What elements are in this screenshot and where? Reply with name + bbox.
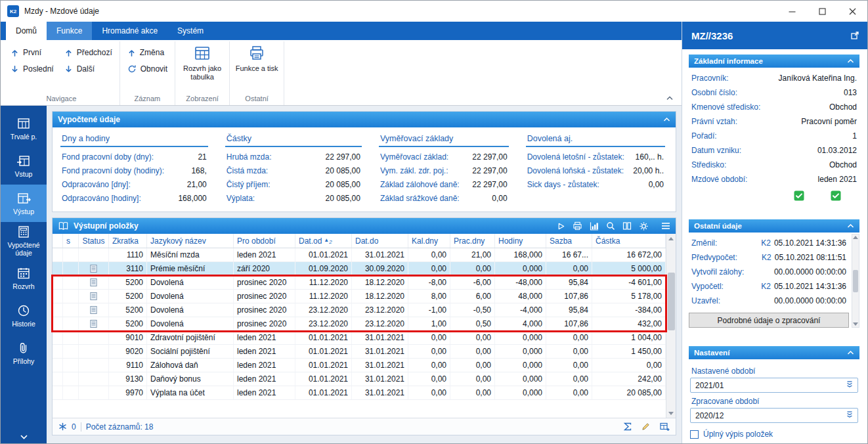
- collapse-settings-button[interactable]: [847, 350, 854, 355]
- sidebar-item-label: Rozvrh: [12, 282, 34, 290]
- processing-details-button[interactable]: Podrobné údaje o zpracování: [689, 313, 849, 328]
- scroll-down-button[interactable]: [666, 409, 676, 418]
- columns-icon[interactable]: [622, 221, 632, 231]
- tab-hromadne-akce[interactable]: Hromadné akce: [92, 22, 167, 40]
- print-icon[interactable]: [573, 221, 582, 231]
- previous-button[interactable]: Předchozí: [62, 47, 114, 58]
- table-row[interactable]: 9010Zdravotní pojištěníleden 202101.01.2…: [53, 331, 666, 345]
- column-header-s[interactable]: s: [63, 234, 79, 248]
- collapse-basic-button[interactable]: [847, 58, 854, 64]
- last-button[interactable]: Poslední: [9, 64, 56, 74]
- table-row[interactable]: 5200Dovolenáprosinec 202011.12.202018.12…: [53, 276, 666, 290]
- table-settings-button[interactable]: [660, 422, 670, 432]
- table-row[interactable]: 5200Dovolenáprosinec 202011.12.202018.12…: [53, 290, 666, 303]
- computed-panel: Vypočtené údaje Dny a hodinyFond pracovn…: [52, 111, 676, 212]
- tab-domu[interactable]: Domů: [6, 22, 47, 40]
- table-row[interactable]: 5200Dovolenáprosinec 202023.12.202023.12…: [53, 317, 666, 331]
- sidebar-item-historie[interactable]: Historie: [1, 297, 47, 334]
- column-header-prac_dny[interactable]: Prac.dny: [450, 234, 495, 248]
- row-selector-cell: [53, 386, 63, 399]
- schedule-as-table-button[interactable]: Rozvrh jako tabulka: [181, 41, 224, 81]
- ribbon-tab-bar: DomůFunkceHromadné akceSystém: [1, 22, 682, 40]
- search-icon[interactable]: [606, 221, 615, 231]
- table-row[interactable]: 3110Prémie měsíčnízáří 202001.09.202030.…: [53, 262, 666, 276]
- maximize-button[interactable]: [807, 1, 837, 22]
- chart-icon[interactable]: [590, 221, 599, 231]
- table-menu-button[interactable]: [661, 222, 670, 230]
- button-label: První: [23, 48, 41, 57]
- info-value: Obchod: [829, 102, 857, 112]
- settings-header: Nastavení: [689, 346, 859, 359]
- scroll-up-button[interactable]: [666, 234, 676, 243]
- table-row[interactable]: 5200Dovolenáprosinec 202023.12.202023.12…: [53, 303, 666, 317]
- collapse-other-button[interactable]: [847, 223, 854, 229]
- sidebar-expand-button[interactable]: [1, 434, 47, 440]
- table-row[interactable]: 1110Měsíční mzdaleden 202101.01.202131.0…: [53, 248, 666, 262]
- minimize-button[interactable]: [777, 1, 807, 22]
- play-icon[interactable]: [557, 222, 565, 231]
- functions-print-button[interactable]: Funkce a tisk: [235, 41, 278, 73]
- first-button[interactable]: První: [9, 47, 56, 58]
- table-row[interactable]: 9110Zálohová daňleden 202101.01.202131.0…: [53, 359, 666, 372]
- scrollbar-track[interactable]: [666, 243, 676, 409]
- combobox-value: 2020/12: [695, 411, 724, 420]
- cell-sazba: 0,00: [546, 372, 592, 386]
- column-header-zkratka[interactable]: Zkratka: [109, 234, 147, 248]
- table-row[interactable]: 9130Daňový bonusleden 202101.01.202131.0…: [53, 372, 666, 386]
- table-output-icon: [16, 191, 31, 206]
- tab-system[interactable]: Systém: [167, 22, 213, 40]
- button-label: Poslední: [23, 64, 54, 74]
- table-row[interactable]: 9020Sociální pojištěníleden 202101.01.20…: [53, 345, 666, 359]
- detail-scrollbar[interactable]: [852, 234, 859, 328]
- window-title: Mzdy - Mzdové údaje: [24, 7, 99, 16]
- footer-divider: [81, 422, 81, 432]
- column-header-sazba[interactable]: Sazba: [546, 234, 592, 248]
- edit-button[interactable]: [641, 422, 650, 431]
- sum-button[interactable]: [624, 422, 632, 431]
- scrollbar-thumb[interactable]: [853, 270, 858, 292]
- next-button[interactable]: Další: [62, 64, 114, 74]
- info-row: Pořadí:1: [690, 129, 858, 143]
- sidebar-item-vypoctene-udaje[interactable]: Vypočtené údaje: [1, 222, 47, 259]
- sidebar-item-vystup[interactable]: Výstup: [1, 185, 47, 222]
- close-button[interactable]: [837, 1, 867, 22]
- computed-panel-title: Vypočtené údaje: [58, 115, 120, 124]
- full-listing-checkbox[interactable]: Úplný výpis položek: [689, 430, 859, 439]
- table-row[interactable]: 9970Výplata na účetleden 202101.01.20213…: [53, 386, 666, 400]
- computed-row: Dovolená letošní - zůstatek:160,.. h.: [526, 150, 665, 164]
- column-header-kal_dny[interactable]: Kal.dny: [408, 234, 450, 248]
- table-footer: 0 Počet záznamů: 18: [53, 418, 676, 435]
- column-header-dat_do[interactable]: Dat.do: [352, 234, 408, 248]
- open-in-window-button[interactable]: [850, 31, 859, 40]
- tab-funkce[interactable]: Funkce: [47, 22, 92, 40]
- cell-castka: 5 000,00: [592, 262, 666, 275]
- column-header-obdobi[interactable]: Pro období: [234, 234, 295, 248]
- column-header-hodiny[interactable]: Hodiny: [495, 234, 546, 248]
- collapse-computed-button[interactable]: [663, 117, 670, 122]
- scrollbar-thumb[interactable]: [668, 273, 675, 330]
- cell-sazba: 95,84: [546, 303, 592, 317]
- triangle-down-icon: [853, 322, 858, 326]
- sidebar-item-vstup[interactable]: Vstup: [1, 147, 47, 185]
- computed-label: Výplata:: [227, 194, 255, 203]
- refresh-button[interactable]: Obnovit: [125, 64, 169, 74]
- sidebar-item-trvale-p[interactable]: Trvalé p.: [1, 110, 47, 147]
- computed-panel-header: Vypočtené údaje: [53, 112, 676, 127]
- cell-nazev: Dovolená: [147, 276, 234, 289]
- column-header-status[interactable]: Status: [79, 234, 109, 248]
- sidebar-item-rozvrh[interactable]: Rozvrh: [1, 259, 47, 297]
- gear-icon[interactable]: [639, 221, 649, 231]
- column-header-castka[interactable]: Částka: [592, 234, 666, 248]
- period-combobox[interactable]: 2020/12: [690, 408, 858, 423]
- change-button[interactable]: Změna: [125, 47, 169, 58]
- collapse-ribbon-button[interactable]: [666, 93, 674, 102]
- column-header-dat_od[interactable]: Dat.od▲2: [295, 234, 352, 248]
- cell-dat_od: 01.09.2020: [295, 262, 352, 275]
- column-header-nazev[interactable]: Jazykový název: [147, 234, 234, 248]
- period-combobox[interactable]: 2021/01: [690, 378, 858, 393]
- table-scrollbar[interactable]: [666, 234, 676, 418]
- sidebar-item-prilohy[interactable]: Přílohy: [1, 334, 47, 372]
- triangle-up-icon: [853, 236, 858, 239]
- computed-column-vymerovaci-zaklady: Vyměřovací základyVyměřovací základ:22 2…: [379, 133, 509, 205]
- cell-s: [63, 290, 79, 303]
